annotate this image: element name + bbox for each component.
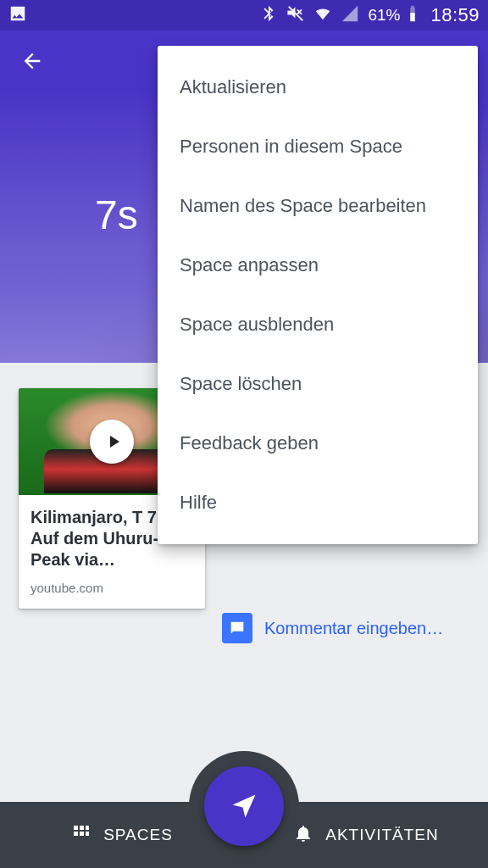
status-bar: 61% 18:59 <box>0 0 488 31</box>
compose-fab[interactable] <box>204 766 284 846</box>
menu-item-rename[interactable]: Namen des Space bearbeiten <box>158 176 478 236</box>
overflow-menu: Aktualisieren Personen in diesem Space N… <box>158 46 478 544</box>
back-button[interactable] <box>12 41 53 81</box>
grid-icon <box>71 823 92 847</box>
battery-percentage: 61% <box>368 6 400 25</box>
bluetooth-icon <box>259 4 278 27</box>
comment-input-row[interactable]: Kommentar eingeben… <box>222 613 478 643</box>
mute-icon <box>286 4 305 27</box>
comment-placeholder[interactable]: Kommentar eingeben… <box>264 619 443 638</box>
battery-icon <box>403 4 422 27</box>
play-icon[interactable] <box>90 420 134 464</box>
bottom-nav: SPACES AKTIVITÄTEN <box>0 802 488 868</box>
signal-icon <box>341 4 359 27</box>
nav-activities-label: AKTIVITÄTEN <box>325 826 438 844</box>
menu-item-delete[interactable]: Space löschen <box>158 354 478 414</box>
card-source: youtube.com <box>19 581 205 609</box>
bell-icon <box>293 823 313 847</box>
clock: 18:59 <box>430 4 480 26</box>
menu-item-people[interactable]: Personen in diesem Space <box>158 117 478 176</box>
menu-item-help[interactable]: Hilfe <box>158 473 478 532</box>
nav-spaces-label: SPACES <box>103 826 173 844</box>
wifi-icon <box>313 4 332 27</box>
menu-item-hide[interactable]: Space ausblenden <box>158 295 478 354</box>
image-icon <box>8 4 27 27</box>
space-title: 7s <box>95 192 138 238</box>
menu-item-customize[interactable]: Space anpassen <box>158 236 478 295</box>
nav-spaces[interactable]: SPACES <box>0 823 244 847</box>
nav-activities[interactable]: AKTIVITÄTEN <box>244 823 488 847</box>
menu-item-feedback[interactable]: Feedback geben <box>158 414 478 473</box>
menu-item-refresh[interactable]: Aktualisieren <box>158 58 478 117</box>
comment-icon <box>222 613 252 643</box>
